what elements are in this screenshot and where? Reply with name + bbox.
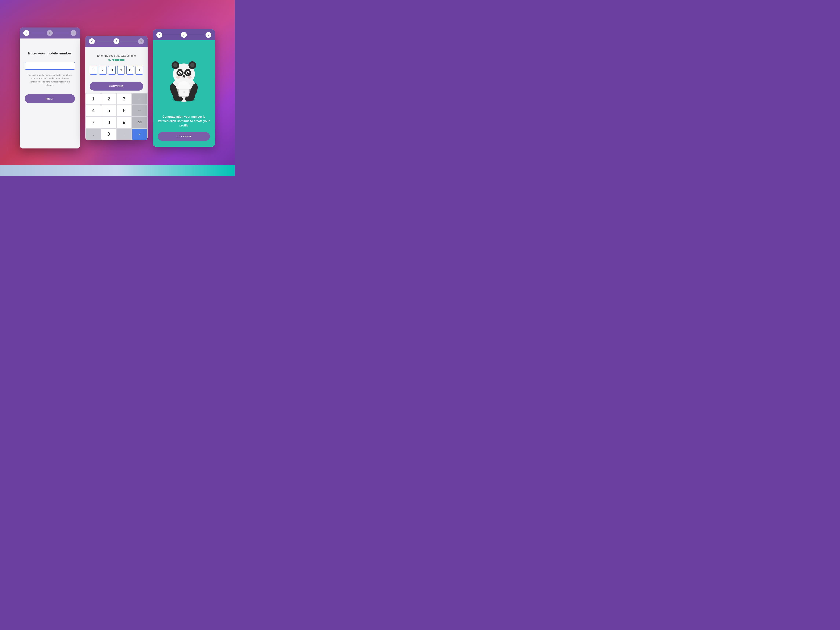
screen3-step3-circle: 3 [205, 32, 212, 38]
step1-number: 1 [25, 32, 27, 35]
screen1-title: Enter your mobile number [28, 51, 71, 55]
screen2-step-line-1 [96, 41, 112, 41]
key-check[interactable]: ✓ [132, 129, 147, 140]
screen3-card: ✓ ✓ 3 [153, 29, 215, 147]
key-9[interactable]: 9 [117, 117, 131, 128]
numpad-row-2: 4 5 6 ↵ [86, 105, 147, 116]
screen2-step3-number: 3 [140, 40, 142, 43]
screen2-step-header: ✓ 2 3 [85, 36, 148, 47]
svg-point-16 [188, 72, 189, 73]
numpad-row-4: , 0 . ✓ [86, 129, 147, 140]
step-line-2 [54, 33, 69, 33]
key-6[interactable]: 6 [117, 105, 131, 116]
screen2-top: Enter the code that was send to 977■■■■■… [85, 47, 148, 82]
screen2-step2-number: 2 [116, 40, 117, 43]
screen2-step1-check: ✓ [91, 40, 93, 43]
screen3-step-header: ✓ ✓ 3 [153, 29, 215, 40]
numpad-row-3: 7 8 9 ⌫ [86, 117, 147, 128]
screen3-step1-check: ✓ [158, 33, 160, 36]
code-digit-4: 8 [126, 66, 134, 74]
svg-point-24 [175, 97, 183, 101]
screen1-body: Enter your mobile number Tap Next to ver… [20, 38, 80, 148]
step2-circle: 2 [47, 30, 53, 36]
step3-circle: 3 [71, 30, 76, 36]
code-boxes: 5 7 0 9 8 1 [90, 66, 143, 74]
numpad: 1 2 3 − 4 5 6 ↵ 7 8 9 ⌫ , [85, 93, 148, 141]
step1-circle: 1 [23, 30, 29, 36]
screen2-step2-circle: 2 [114, 38, 119, 44]
step3-number: 3 [73, 32, 74, 35]
code-digit-2: 0 [108, 66, 116, 74]
step2-number: 2 [49, 32, 51, 35]
key-5[interactable]: 5 [101, 105, 116, 116]
code-prompt: Enter the code that was send to [90, 54, 143, 57]
screen1-step-header: 1 2 3 [20, 27, 80, 38]
code-digit-3: 9 [117, 66, 125, 74]
phone-input[interactable] [25, 62, 75, 69]
screen2-continue-button[interactable]: CONTINUE [90, 82, 143, 90]
screen3-step2-circle: ✓ [181, 32, 187, 38]
screen2-step-line-2 [120, 41, 137, 41]
next-button[interactable]: NEXT [25, 94, 75, 103]
numpad-row-1: 1 2 3 − [86, 93, 147, 104]
screen3-step3-number: 3 [208, 33, 209, 36]
screen2-card: ✓ 2 3 Enter the code that was send to 97… [85, 36, 148, 141]
key-3[interactable]: 3 [117, 93, 131, 104]
svg-point-19 [187, 76, 191, 79]
key-minus[interactable]: − [132, 93, 147, 104]
screen2-phone-number: 977■■■■■■■ [90, 58, 143, 62]
svg-point-15 [180, 72, 181, 73]
screen2-step3-circle: 3 [138, 38, 144, 44]
screen1-card: 1 2 3 Enter your mobile number Tap Next … [20, 27, 80, 148]
screen3-step-line-1 [163, 35, 180, 35]
key-8[interactable]: 8 [101, 117, 116, 128]
svg-point-8 [190, 63, 194, 67]
step-line-1 [30, 33, 46, 33]
svg-point-7 [173, 63, 177, 67]
svg-point-18 [176, 76, 180, 79]
key-7[interactable]: 7 [86, 117, 101, 128]
key-comma[interactable]: , [86, 129, 101, 140]
panda-illustration [164, 55, 204, 102]
screen3-step-line-2 [188, 35, 204, 35]
code-digit-5: 1 [136, 66, 143, 74]
screens-container: 1 2 3 Enter your mobile number Tap Next … [0, 0, 235, 176]
code-digit-1: 7 [99, 66, 106, 74]
screen3-step1-circle: ✓ [156, 32, 162, 38]
key-period[interactable]: . [117, 129, 131, 140]
screen3-continue-button[interactable]: CONTINUE [158, 132, 210, 141]
key-2[interactable]: 2 [101, 93, 116, 104]
key-0[interactable]: 0 [101, 129, 116, 140]
svg-point-17 [182, 75, 185, 77]
screen2-step1-circle: ✓ [89, 38, 95, 44]
svg-point-25 [185, 97, 193, 101]
svg-point-26 [177, 81, 191, 97]
panda-container [164, 46, 204, 111]
key-return[interactable]: ↵ [132, 105, 147, 116]
screen3-body: Congratulation your number is verified c… [153, 40, 215, 147]
key-backspace[interactable]: ⌫ [132, 117, 147, 128]
screen1-hint: Tap Next to verify your account with you… [25, 73, 75, 87]
screen2-body: Enter the code that was send to 977■■■■■… [85, 47, 148, 141]
code-digit-0: 5 [90, 66, 97, 74]
key-4[interactable]: 4 [86, 105, 101, 116]
screen3-step2-check: ✓ [183, 33, 185, 36]
key-1[interactable]: 1 [86, 93, 101, 104]
congrats-text: Congratulation your number is verified c… [158, 115, 210, 128]
